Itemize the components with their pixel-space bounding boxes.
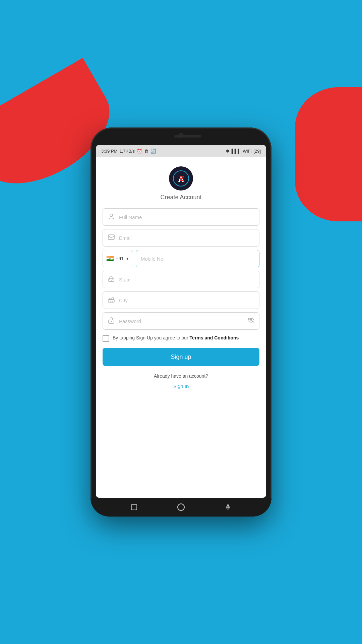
status-data: 1.7KB/s — [119, 149, 135, 154]
eye-off-icon[interactable] — [248, 318, 254, 325]
country-selector[interactable]: 🇮🇳 +91 ▼ — [103, 250, 133, 267]
svg-rect-4 — [180, 180, 184, 181]
phone-number-row: 🇮🇳 +91 ▼ — [103, 250, 259, 267]
fullname-input-row — [103, 208, 259, 226]
state-input-row — [103, 271, 259, 288]
country-code: +91 — [116, 256, 124, 261]
email-input-row — [103, 229, 259, 247]
battery-icon: [29] — [253, 149, 261, 154]
lock-icon — [108, 317, 115, 325]
save-icon: 🗑 — [144, 149, 148, 154]
status-bar: 3:39 PM 1.7KB/s ⏰ 🗑 🔄 ✱ ▌▌▌ WiFi [29] — [96, 145, 266, 157]
svg-rect-20 — [131, 504, 137, 510]
nav-home-button[interactable] — [177, 503, 185, 511]
status-right: ✱ ▌▌▌ WiFi [29] — [226, 149, 261, 154]
svg-rect-12 — [110, 298, 111, 300]
bg-decoration-red-right — [295, 87, 362, 221]
status-left: 3:39 PM 1.7KB/s ⏰ 🗑 🔄 — [101, 149, 156, 154]
phone-top-bar — [90, 127, 272, 145]
svg-rect-2 — [180, 176, 184, 177]
terms-link[interactable]: Terms and Conditions — [190, 335, 239, 340]
svg-rect-14 — [110, 301, 111, 302]
dropdown-arrow-icon: ▼ — [126, 257, 129, 261]
terms-text: By tapping Sign Up you agree to our Term… — [113, 334, 239, 341]
svg-point-17 — [111, 321, 112, 322]
nav-recents-button[interactable] — [224, 503, 232, 511]
svg-rect-15 — [112, 301, 113, 302]
svg-rect-10 — [112, 279, 113, 280]
signal-icon: ▌▌▌ — [232, 149, 241, 154]
alarm-icon: ⏰ — [137, 149, 142, 154]
terms-row: By tapping Sign Up you agree to our Term… — [103, 333, 259, 343]
nav-back-button[interactable] — [130, 503, 138, 511]
svg-point-5 — [110, 214, 113, 217]
signup-form: 🇮🇳 +91 ▼ — [103, 208, 259, 389]
logo-svg — [173, 170, 189, 186]
user-icon — [108, 213, 115, 221]
sync-icon: 🔄 — [150, 149, 156, 154]
app-logo — [169, 166, 193, 191]
city-input[interactable] — [119, 298, 254, 303]
svg-marker-21 — [226, 505, 230, 507]
password-input-row — [103, 312, 259, 330]
city-input-row — [103, 291, 259, 309]
state-icon — [108, 275, 115, 284]
country-flag: 🇮🇳 — [106, 255, 114, 262]
phone-screen: 3:39 PM 1.7KB/s ⏰ 🗑 🔄 ✱ ▌▌▌ WiFi [29] — [96, 145, 266, 498]
wifi-icon: WiFi — [243, 149, 251, 154]
svg-rect-3 — [180, 178, 183, 179]
app-content: Create Account — [96, 157, 266, 498]
signup-button[interactable]: Sign up — [103, 348, 259, 366]
phone-frame: 3:39 PM 1.7KB/s ⏰ 🗑 🔄 ✱ ▌▌▌ WiFi [29] — [90, 127, 272, 517]
svg-rect-8 — [111, 280, 112, 281]
already-account-text: Already have an account? — [103, 373, 259, 379]
svg-rect-9 — [109, 279, 110, 280]
signin-link[interactable]: Sign In — [103, 383, 259, 389]
phone-speaker — [174, 135, 201, 138]
bluetooth-icon: ✱ — [226, 149, 230, 154]
email-input[interactable] — [119, 235, 254, 241]
state-input[interactable] — [119, 277, 254, 282]
fullname-input[interactable] — [119, 214, 254, 220]
phone-bottom-bar — [90, 498, 272, 517]
svg-rect-11 — [108, 300, 114, 302]
password-input[interactable] — [119, 318, 248, 324]
svg-rect-6 — [108, 235, 114, 239]
svg-rect-13 — [112, 298, 114, 300]
email-icon — [108, 234, 115, 241]
status-time: 3:39 PM — [101, 149, 117, 154]
terms-checkbox[interactable] — [103, 335, 109, 342]
city-icon — [108, 296, 115, 305]
mobile-input[interactable] — [136, 250, 259, 267]
page-title: Create Account — [160, 194, 201, 201]
